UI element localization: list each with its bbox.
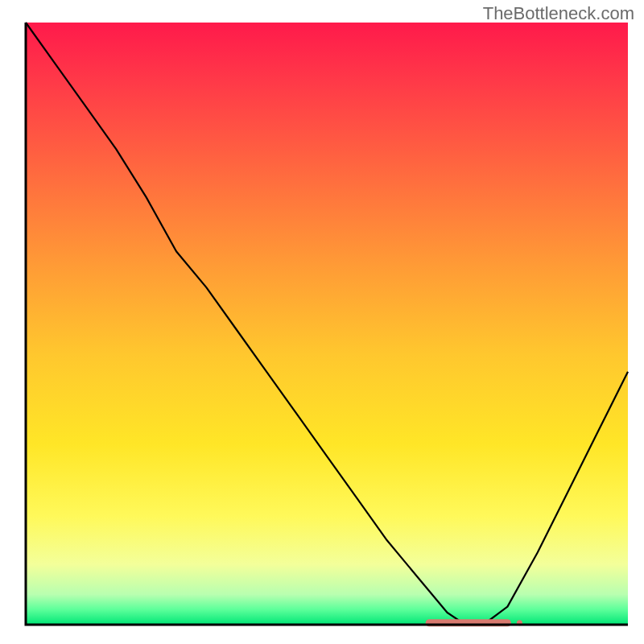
chart-container: TheBottleneck.com xyxy=(0,0,644,644)
gradient-background xyxy=(26,23,628,625)
bottleneck-chart xyxy=(0,0,644,644)
watermark-text: TheBottleneck.com xyxy=(483,3,634,24)
